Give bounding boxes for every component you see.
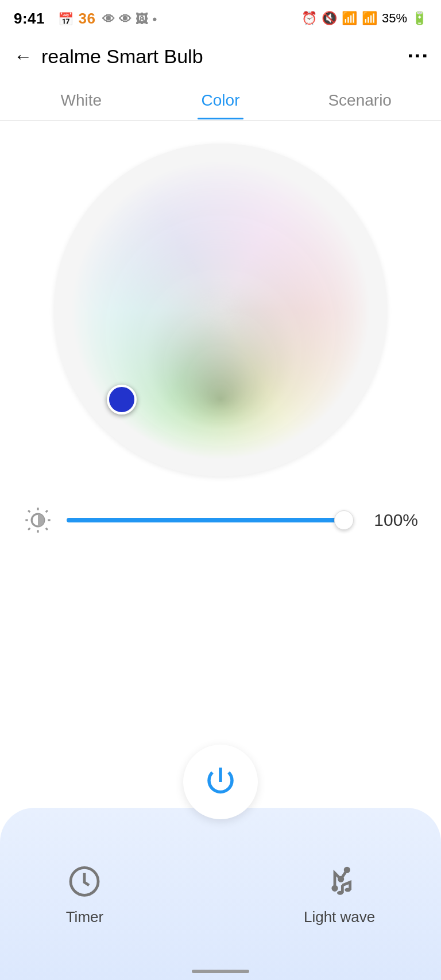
svg-line-7	[28, 528, 30, 530]
svg-line-8	[46, 510, 48, 512]
status-time: 9:41 📅 36 👁 👁 🖼 •	[14, 10, 157, 28]
brightness-value: 100%	[366, 510, 418, 530]
battery-display: 35%	[382, 11, 407, 26]
tab-white[interactable]: White	[11, 82, 151, 119]
bottom-bar: Timer Light wave	[0, 762, 441, 980]
status-bar: 9:41 📅 36 👁 👁 🖼 • ⏰ 🔇 📶 📶 35% 🔋	[0, 0, 441, 34]
brightness-slider[interactable]	[67, 518, 353, 522]
lightwave-button[interactable]: Light wave	[304, 862, 375, 926]
slider-track	[67, 518, 353, 522]
header-left: ← realme Smart Bulb	[14, 45, 203, 68]
timer-button[interactable]: Timer	[66, 862, 103, 926]
svg-line-4	[46, 528, 48, 530]
brightness-section: 100%	[0, 488, 441, 552]
tab-scenario[interactable]: Scenario	[290, 82, 430, 119]
wifi-icon: 📶	[342, 11, 357, 26]
svg-point-13	[337, 890, 343, 894]
color-wheel-container[interactable]	[54, 144, 387, 477]
timer-label: Timer	[66, 908, 103, 926]
svg-point-12	[345, 868, 349, 871]
color-picker-handle[interactable]	[107, 385, 137, 415]
back-button[interactable]: ←	[14, 47, 32, 65]
svg-point-11	[339, 877, 343, 881]
content-spacer	[0, 552, 441, 667]
slider-thumb[interactable]	[334, 510, 354, 530]
color-wheel[interactable]	[71, 161, 370, 459]
notification-count: 36	[78, 10, 95, 27]
tab-bar: White Color Scenario	[0, 80, 441, 121]
alarm-icon: ⏰	[301, 11, 317, 26]
brightness-icon	[23, 505, 53, 535]
power-icon	[203, 765, 238, 799]
signal-icon: 📶	[362, 11, 377, 26]
color-section	[0, 121, 441, 488]
page-title: realme Smart Bulb	[41, 45, 203, 68]
time-display: 9:41	[14, 10, 45, 27]
status-icons: ⏰ 🔇 📶 📶 35% 🔋	[301, 11, 427, 26]
svg-line-3	[28, 510, 30, 512]
timer-icon	[66, 862, 103, 899]
more-options-button[interactable]: ⋮	[407, 46, 427, 67]
power-button[interactable]	[183, 745, 258, 819]
header: ← realme Smart Bulb ⋮	[0, 34, 441, 80]
svg-point-14	[345, 888, 351, 892]
scroll-indicator	[192, 970, 249, 973]
mute-icon: 🔇	[322, 11, 337, 26]
svg-point-10	[333, 886, 336, 890]
lightwave-label: Light wave	[304, 908, 375, 926]
battery-icon: 🔋	[412, 11, 427, 26]
tab-color[interactable]: Color	[151, 82, 291, 119]
bottom-controls: Timer Light wave	[0, 808, 441, 980]
lightwave-icon	[321, 862, 358, 899]
